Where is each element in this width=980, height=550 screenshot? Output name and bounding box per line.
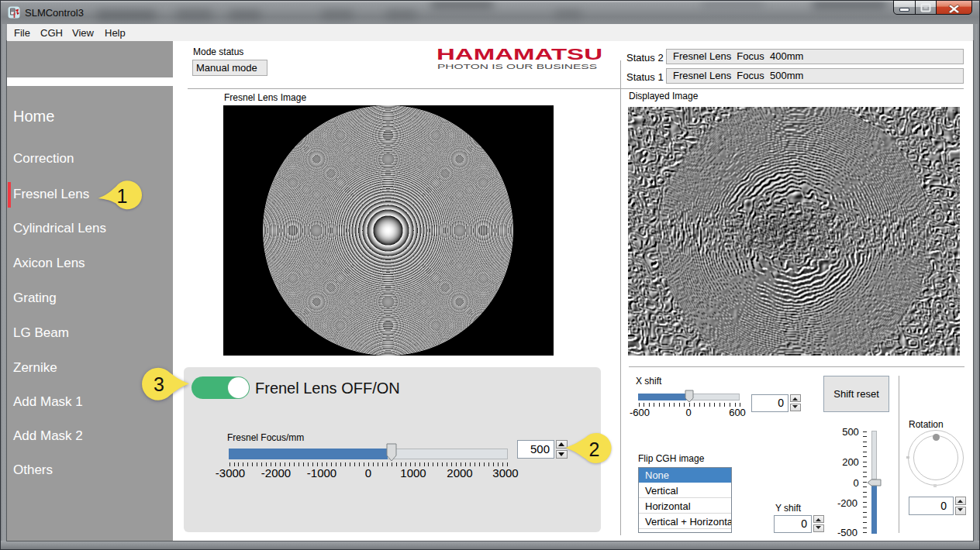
svg-text:HAMAMATSU: HAMAMATSU (437, 46, 602, 63)
svg-text:PHOTON IS OUR BUSINESS: PHOTON IS OUR BUSINESS (437, 63, 598, 70)
